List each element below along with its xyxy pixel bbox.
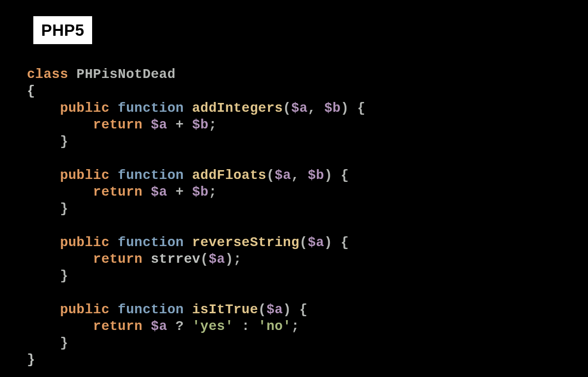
fn4-param-a: $a — [267, 302, 283, 317]
paren-close: ) — [341, 101, 349, 116]
return-keyword: return — [93, 117, 143, 132]
ternary-q: ? — [167, 319, 192, 334]
comma: , — [308, 101, 316, 116]
indent — [27, 101, 60, 116]
fn2-param-b: $b — [308, 168, 324, 183]
badge-text: PHP5 — [41, 21, 84, 40]
body-open: { — [349, 101, 366, 116]
fn1-ret-a: $a — [151, 117, 168, 132]
public-keyword: public — [60, 235, 109, 250]
string-no: 'no' — [258, 319, 291, 334]
paren-open: ( — [283, 101, 291, 116]
fn1-name: addIntegers — [192, 101, 283, 116]
space — [68, 67, 76, 82]
return-keyword: return — [93, 319, 143, 334]
open-brace: { — [27, 83, 35, 99]
fn3-name: reverseString — [192, 235, 299, 250]
function-keyword: function — [118, 101, 184, 116]
class-name: PHPisNotDead — [76, 67, 175, 82]
strrev-call: strrev — [151, 251, 200, 267]
fn2-ret-a: $a — [151, 184, 168, 200]
function-keyword: function — [118, 302, 184, 317]
body-close: } — [60, 134, 68, 149]
fn4-name: isItTrue — [192, 302, 258, 317]
fn2-name: addFloats — [192, 168, 267, 183]
fn2-ret-b: $b — [192, 184, 209, 200]
fn4-ret-a: $a — [151, 319, 168, 334]
function-keyword: function — [118, 168, 184, 183]
function-keyword: function — [118, 235, 184, 250]
public-keyword: public — [60, 168, 109, 183]
close-brace: } — [27, 352, 35, 367]
plus: + — [167, 117, 192, 132]
php5-badge: PHP5 — [32, 15, 94, 46]
return-keyword: return — [93, 184, 143, 200]
return-keyword: return — [93, 251, 143, 267]
string-yes: 'yes' — [192, 319, 233, 334]
fn2-param-a: $a — [275, 168, 292, 183]
fn1-param-b: $b — [324, 101, 341, 116]
fn3-param-a: $a — [308, 235, 324, 250]
public-keyword: public — [60, 101, 109, 116]
fn1-ret-b: $b — [192, 117, 209, 132]
code-block: class PHPisNotDead { public function add… — [27, 66, 366, 369]
class-keyword: class — [27, 67, 68, 82]
public-keyword: public — [60, 302, 109, 317]
fn3-call-arg: $a — [209, 251, 225, 267]
semicolon: ; — [209, 117, 217, 132]
fn1-param-a: $a — [291, 101, 308, 116]
ternary-colon: : — [233, 319, 258, 334]
